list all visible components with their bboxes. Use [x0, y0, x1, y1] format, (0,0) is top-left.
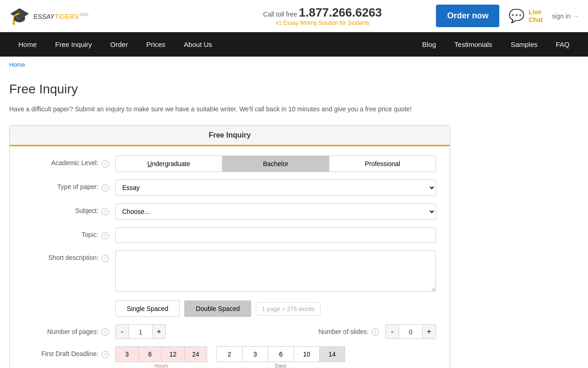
deadline-3d[interactable]: 3	[242, 346, 268, 362]
academic-level-buttons: Undergraduate Bachelor Professional	[115, 155, 436, 172]
deadline-row: First Draft Deadline: i 3 6 12 24 Hours …	[23, 346, 436, 368]
page-description: Have a difficult paper? Submit an inquir…	[9, 104, 446, 114]
live-chat-area[interactable]: 💬 Live Chat	[509, 8, 543, 24]
deadline-3h[interactable]: 3	[115, 346, 138, 362]
deadline-info-icon[interactable]: i	[102, 351, 109, 358]
deadline-6h[interactable]: 6	[138, 346, 161, 362]
logo-text: ESSAYTIGERS.com	[34, 12, 88, 20]
hours-sublabel: Hours	[115, 363, 207, 368]
pages-plus-button[interactable]: +	[152, 324, 166, 339]
nav-about-us[interactable]: About Us	[175, 32, 221, 57]
deadline-hours-area: 3 6 12 24 Hours	[115, 346, 207, 368]
pages-control: - 1 +	[115, 324, 166, 339]
nav-order[interactable]: Order	[101, 32, 137, 57]
short-desc-textarea[interactable]	[115, 250, 436, 292]
pages-minus-button[interactable]: -	[115, 324, 129, 339]
form-title: Free Inquiry	[10, 126, 450, 146]
paper-type-info-icon[interactable]: i	[102, 184, 109, 191]
breadcrumb: Home	[0, 57, 588, 73]
deadline-label: First Draft Deadline: i	[23, 346, 115, 358]
nav-free-inquiry[interactable]: Free Inquiry	[46, 32, 101, 57]
slides-value: 0	[399, 324, 422, 339]
slides-area: Number of slides: i - 0 +	[294, 324, 436, 339]
academic-level-info-icon[interactable]: i	[102, 160, 109, 167]
academic-level-control: Undergraduate Bachelor Professional	[115, 155, 436, 172]
paper-type-label: Type of paper: i	[23, 179, 115, 191]
words-per-page-info: 1 page = 275 words	[256, 302, 321, 316]
breadcrumb-home[interactable]: Home	[9, 61, 25, 68]
level-undergraduate[interactable]: Undergraduate	[115, 155, 222, 172]
nav-testimonials[interactable]: Testimonials	[445, 32, 502, 57]
nav-home[interactable]: Home	[9, 32, 46, 57]
page-title: Free Inquiry	[9, 82, 579, 97]
topic-row: Topic: i	[23, 227, 436, 243]
short-desc-label: Short description: i	[23, 250, 115, 262]
deadline-10d[interactable]: 10	[294, 346, 319, 362]
live-chat-label: Live Chat	[528, 8, 543, 24]
topic-input[interactable]	[115, 227, 436, 243]
nav-blog[interactable]: Blog	[413, 32, 445, 57]
paper-type-control: Essay Research Paper Term Paper Disserta…	[115, 179, 436, 196]
slides-minus-button[interactable]: -	[385, 324, 399, 339]
slides-info-icon[interactable]: i	[372, 328, 379, 336]
deadline-12h[interactable]: 12	[161, 346, 184, 362]
double-spaced-button[interactable]: Double Spaced	[184, 300, 251, 317]
main-nav: Home Free Inquiry Order Prices About Us …	[0, 32, 588, 57]
nav-faq[interactable]: FAQ	[547, 32, 579, 57]
subject-select[interactable]: Choose...	[115, 203, 436, 220]
paper-type-select[interactable]: Essay Research Paper Term Paper Disserta…	[115, 179, 436, 196]
phone-area: Call toll free 1.877.266.6263 #1 Essay W…	[218, 6, 427, 26]
spacing-row: Single Spaced Double Spaced 1 page = 275…	[115, 300, 436, 317]
pages-value: 1	[129, 324, 152, 339]
subject-info-icon[interactable]: i	[102, 208, 109, 215]
main-content: Free Inquiry Have a difficult paper? Sub…	[0, 73, 588, 368]
chat-bubble-icon: 💬	[509, 8, 525, 23]
level-bachelor[interactable]: Bachelor	[222, 155, 329, 172]
topic-info-icon[interactable]: i	[102, 232, 109, 239]
level-professional[interactable]: Professional	[329, 155, 436, 172]
signin-area[interactable]: sign in →	[552, 12, 579, 20]
deadline-14d[interactable]: 14	[319, 346, 345, 362]
deadline-days-area: 2 3 6 10 14 Days	[216, 346, 345, 368]
subject-row: Subject: i Choose...	[23, 203, 436, 220]
subject-control: Choose...	[115, 203, 436, 220]
deadline-6d[interactable]: 6	[268, 346, 294, 362]
order-now-button[interactable]: Order now	[436, 5, 499, 27]
topic-control	[115, 227, 436, 243]
paper-type-row: Type of paper: i Essay Research Paper Te…	[23, 179, 436, 196]
nav-samples[interactable]: Samples	[502, 32, 547, 57]
pages-slides-row: Number of pages: i - 1 + Number of slide…	[23, 324, 436, 339]
single-spaced-button[interactable]: Single Spaced	[115, 300, 180, 317]
pages-label: Number of pages: i	[23, 328, 115, 336]
slides-label: Number of slides: i	[294, 328, 385, 336]
short-desc-control	[115, 250, 436, 293]
academic-level-label: Academic Level: i	[23, 155, 115, 167]
deadline-24h[interactable]: 24	[184, 346, 207, 362]
form-body: Academic Level: i Undergraduate Bachelor…	[10, 146, 450, 368]
nav-prices[interactable]: Prices	[137, 32, 175, 57]
free-inquiry-form: Free Inquiry Academic Level: i Undergrad…	[9, 125, 450, 368]
nav-right: Blog Testimonials Samples FAQ	[413, 32, 579, 57]
slides-control: - 0 +	[385, 324, 436, 339]
days-sublabel: Days	[216, 363, 345, 368]
short-desc-info-icon[interactable]: i	[102, 255, 109, 262]
topic-label: Topic: i	[23, 227, 115, 239]
slides-plus-button[interactable]: +	[422, 324, 436, 339]
site-header: 🎓 ESSAYTIGERS.com Call toll free 1.877.2…	[0, 0, 588, 32]
logo-hat-icon: 🎓	[9, 6, 30, 26]
deadline-days-buttons: 2 3 6 10 14	[216, 346, 345, 362]
deadline-hours-buttons: 3 6 12 24	[115, 346, 207, 362]
deadline-2d[interactable]: 2	[216, 346, 242, 362]
subject-label: Subject: i	[23, 203, 115, 215]
pages-info-icon[interactable]: i	[102, 328, 109, 336]
academic-level-row: Academic Level: i Undergraduate Bachelor…	[23, 155, 436, 172]
logo-area: 🎓 ESSAYTIGERS.com	[9, 6, 218, 26]
short-desc-row: Short description: i	[23, 250, 436, 293]
